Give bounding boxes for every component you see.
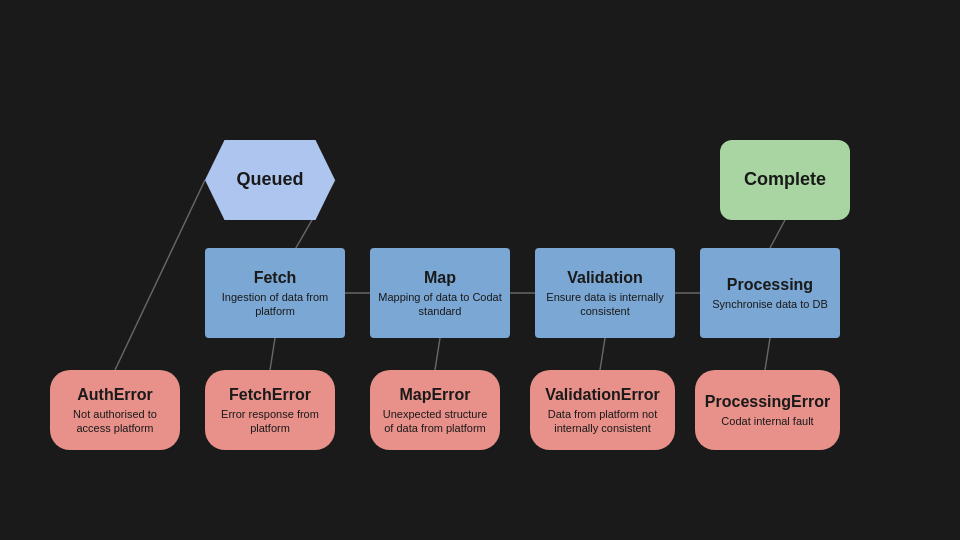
queued-node: Queued [205,140,335,220]
svg-line-6 [435,338,440,370]
validation-title: Validation [567,268,643,287]
fetch-error-subtitle: Error response from platform [217,407,323,436]
validation-error-node: ValidationError Data from platform not i… [530,370,675,450]
processing-title: Processing [727,275,813,294]
svg-line-5 [270,338,275,370]
map-node: Map Mapping of data to Codat standard [370,248,510,338]
complete-node: Complete [720,140,850,220]
map-error-subtitle: Unexpected structure of data from platfo… [382,407,488,436]
fetch-title: Fetch [254,268,297,287]
validation-subtitle: Ensure data is internally consistent [543,290,667,319]
svg-line-8 [765,338,770,370]
processing-node: Processing Synchronise data to DB [700,248,840,338]
processing-subtitle: Synchronise data to DB [712,297,828,311]
map-title: Map [424,268,456,287]
auth-error-node: AuthError Not authorised to access platf… [50,370,180,450]
svg-line-9 [115,180,205,370]
validation-error-subtitle: Data from platform not internally consis… [542,407,663,436]
auth-error-title: AuthError [77,385,153,404]
svg-line-4 [770,220,785,248]
validation-node: Validation Ensure data is internally con… [535,248,675,338]
fetch-error-node: FetchError Error response from platform [205,370,335,450]
fetch-error-title: FetchError [229,385,311,404]
map-error-title: MapError [399,385,470,404]
diagram: Queued Complete Fetch Ingestion of data … [0,0,960,540]
processing-error-subtitle: Codat internal fault [721,414,813,428]
map-error-node: MapError Unexpected structure of data fr… [370,370,500,450]
svg-line-7 [600,338,605,370]
fetch-node: Fetch Ingestion of data from platform [205,248,345,338]
processing-error-title: ProcessingError [705,392,830,411]
complete-label: Complete [744,169,826,191]
map-subtitle: Mapping of data to Codat standard [378,290,502,319]
queued-label: Queued [236,169,303,191]
fetch-subtitle: Ingestion of data from platform [213,290,337,319]
processing-error-node: ProcessingError Codat internal fault [695,370,840,450]
auth-error-subtitle: Not authorised to access platform [62,407,168,436]
validation-error-title: ValidationError [545,385,660,404]
